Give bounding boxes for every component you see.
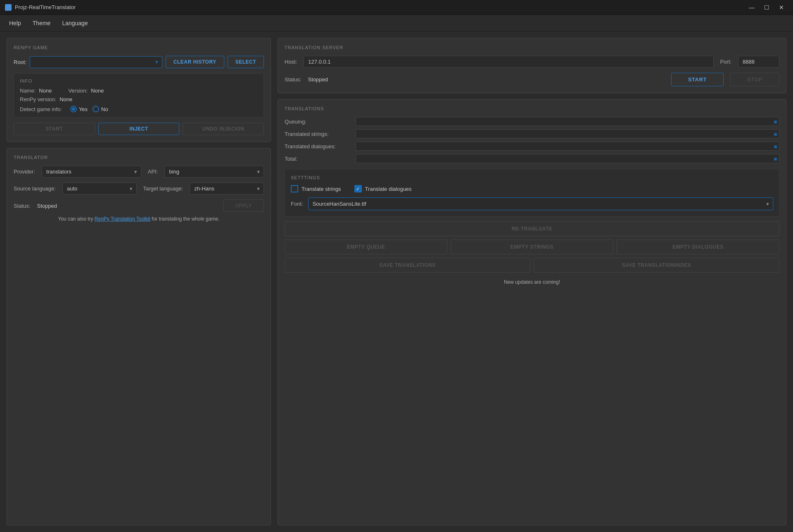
radio-yes[interactable]: Yes [70,106,88,112]
translate-dialogues-option[interactable]: Translate dialogues [354,185,412,192]
retranslate-button[interactable]: RE-TRANLSATE [285,221,779,236]
translated-strings-row: Translated strings: ▣ [285,129,779,138]
radio-yes-circle [70,106,77,112]
radio-no-label: No [101,106,108,112]
select-button[interactable]: SELECT [228,56,264,68]
server-status-val: Stopped [308,76,664,83]
translated-strings-icon: ▣ [774,132,777,136]
language-row: Source language: auto ▼ Target language:… [14,183,264,195]
renpy-game-panel: RENPY GAME Root: ▼ CLEAR HISTORY SELECT … [7,38,271,142]
titlebar-controls: — ☐ ✕ [745,2,788,13]
source-select[interactable]: auto [62,183,137,195]
menu-theme[interactable]: Theme [27,17,57,29]
maximize-button[interactable]: ☐ [760,2,773,13]
font-select[interactable]: SourceHanSansLite.ttf [308,197,773,210]
note-prefix: You can also try [58,216,95,222]
menu-language[interactable]: Language [56,17,93,29]
translator-status-label: Status: [14,203,30,209]
root-input-wrapper: ▼ [30,56,162,68]
font-label: Font: [291,201,303,207]
inject-button[interactable]: INJECT [98,123,180,135]
start-button[interactable]: START [14,123,95,135]
apply-button[interactable]: APPLY [223,200,264,212]
translator-status-val: Stopped [37,203,57,209]
host-input-wrap [304,56,713,68]
target-select-wrapper: zh-Hans ▼ [190,183,264,195]
server-stop-button[interactable]: STOP [730,73,779,86]
api-select-wrapper: bing ▼ [164,166,264,178]
info-box: INFO Name: None Version: None RenPy vers… [14,73,264,118]
note-suffix: for translating the whole game. [150,216,219,222]
info-name-key: Name: [20,88,36,94]
translations-section: TRANSLATIONS Queuing: ▣ Translated strin… [285,106,779,163]
api-select[interactable]: bing [164,166,264,178]
info-renpy-key: RenPy version: [20,96,56,102]
translated-dialogues-row: Translated dialogues: ▣ [285,142,779,151]
host-input[interactable] [304,56,713,68]
source-select-wrapper: auto ▼ [62,183,137,195]
total-label: Total: [285,156,351,162]
minimize-button[interactable]: — [745,2,758,13]
server-box: TRANSLATION SERVER Host: Port: Status: S… [278,38,786,93]
provider-select-wrapper: translators ▼ [42,166,141,178]
root-dropdown-arrow-icon[interactable]: ▼ [154,59,159,64]
detect-row: Detect game info: Yes No [20,106,258,112]
right-panel: TRANSLATION SERVER Host: Port: Status: S… [278,38,786,525]
app-icon [5,4,12,11]
translator-status-row: Status: Stopped APPLY [14,200,264,212]
info-version-key: Version: [68,88,88,94]
clear-history-button[interactable]: CLEAR HISTORY [166,56,224,68]
renpy-title: RENPY GAME [14,45,264,50]
close-button[interactable]: ✕ [775,2,788,13]
info-title: INFO [20,78,258,83]
settings-title: SETTTINGS [291,175,773,180]
empty-buttons-row: EMPTY QUEUE EMPTY STRINGS EMPTY DIALOGUE… [285,240,779,254]
renpy-toolkit-link[interactable]: RenPy Translation Toolkit [95,216,150,222]
total-bar-icon: ▣ [774,157,777,161]
empty-queue-button[interactable]: EMPTY QUEUE [285,240,447,254]
translate-strings-option[interactable]: Translate strings [291,185,341,192]
port-input[interactable] [738,56,779,68]
font-row: Font: SourceHanSansLite.ttf ▼ [291,197,773,210]
queuing-bar: ▣ [356,117,779,126]
info-name-val: None [39,88,52,94]
server-status-row: Status: Stopped START STOP [285,73,779,86]
translator-panel: TRANSLATOR Provider: translators ▼ API: … [7,148,271,525]
translated-strings-label: Translated strings: [285,131,351,137]
font-select-wrap: SourceHanSansLite.ttf ▼ [308,197,773,210]
translate-strings-checkbox[interactable] [291,185,298,192]
info-version-val: None [91,88,104,94]
menubar: Help Theme Language [0,15,793,31]
info-renpy-field: RenPy version: None [20,96,72,102]
translated-dialogues-label: Translated dialogues: [285,143,351,150]
empty-dialogues-button[interactable]: EMPTY DIALOGUES [617,240,779,254]
root-input[interactable] [30,56,162,68]
source-label: Source language: [14,185,56,192]
total-bar: ▣ [356,154,779,163]
queuing-row: Queuing: ▣ [285,117,779,126]
save-translations-button[interactable]: SAVE TRANSLATIONS [285,258,530,273]
action-buttons-row: START INJECT UNDO INJECION [14,123,264,135]
save-translationindex-button[interactable]: SAVE TRANSLATIONINDEX [534,258,779,273]
target-select[interactable]: zh-Hans [190,183,264,195]
target-label: Target language: [143,185,183,192]
undo-injection-button[interactable]: UNDO INJECION [183,123,264,135]
translator-note: You can also try RenPy Translation Toolk… [14,216,264,222]
info-version-field: Version: None [68,88,104,94]
translate-strings-label: Translate strings [302,186,341,192]
translations-panel: TRANSLATIONS Queuing: ▣ Translated strin… [278,99,786,525]
translate-dialogues-checkbox[interactable] [354,185,362,192]
menu-help[interactable]: Help [3,17,27,29]
main-content: RENPY GAME Root: ▼ CLEAR HISTORY SELECT … [0,31,793,532]
queuing-label: Queuing: [285,119,351,125]
titlebar: Projz-RealTimeTranslator — ☐ ✕ [0,0,793,15]
detect-label: Detect game info: [20,106,62,112]
translations-title: TRANSLATIONS [285,106,779,111]
root-label: Root: [14,59,26,65]
empty-strings-button[interactable]: EMPTY STRINGS [451,240,613,254]
translated-strings-bar: ▣ [356,129,779,138]
host-label: Host: [285,59,297,65]
provider-select[interactable]: translators [42,166,141,178]
radio-no[interactable]: No [93,106,108,112]
server-start-button[interactable]: START [671,73,724,86]
